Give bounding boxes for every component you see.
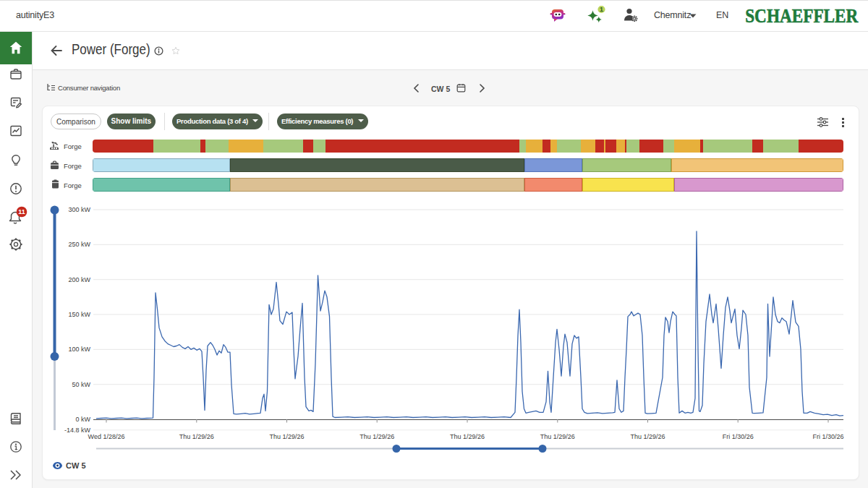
svg-text:Thu 1/29/26: Thu 1/29/26: [179, 433, 214, 440]
svg-text:Wed 1/28/26: Wed 1/28/26: [88, 433, 125, 440]
svg-text:0 kW: 0 kW: [75, 416, 90, 423]
svg-text:Thu 1/29/26: Thu 1/29/26: [359, 433, 394, 440]
svg-text:Thu 1/29/26: Thu 1/29/26: [450, 433, 485, 440]
svg-text:200 kW: 200 kW: [68, 276, 90, 283]
svg-text:11: 11: [18, 208, 25, 215]
svg-text:Thu 1/29/26: Thu 1/29/26: [540, 433, 575, 440]
svg-text:Thu 1/29/26: Thu 1/29/26: [630, 433, 665, 440]
svg-text:150 kW: 150 kW: [68, 311, 90, 318]
svg-text:-14.8 kW: -14.8 kW: [64, 427, 91, 434]
svg-text:50 kW: 50 kW: [72, 381, 90, 388]
svg-text:300 kW: 300 kW: [68, 206, 90, 213]
svg-text:250 kW: 250 kW: [68, 241, 90, 248]
svg-text:Fri 1/30/26: Fri 1/30/26: [723, 433, 754, 440]
svg-text:Fri 1/30/26: Fri 1/30/26: [812, 433, 843, 440]
svg-text:100 kW: 100 kW: [68, 346, 90, 353]
svg-text:Thu 1/29/26: Thu 1/29/26: [269, 433, 304, 440]
svg-text:CW 5: CW 5: [66, 461, 86, 470]
svg-text:1: 1: [600, 6, 603, 13]
